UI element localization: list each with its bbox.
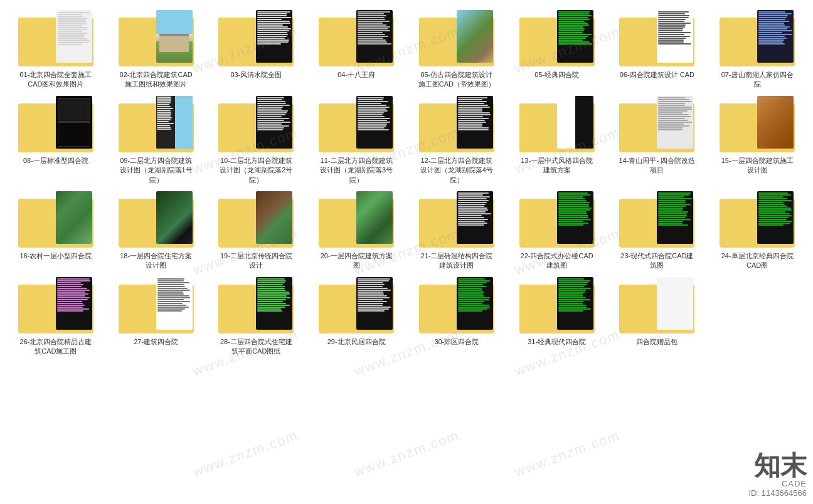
folder-item-f28[interactable]: 28-二层四合院式住宅建 筑平面CAD图纸 <box>208 277 305 357</box>
folder-item-f18[interactable]: 18-一层四合院住宅方案 设计图 <box>108 191 205 271</box>
folder-label-f20: 20-一层四合院建筑方案 图 <box>317 251 396 271</box>
folder-grid: 01-北京四合院全套施工 CAD图和效果图片 02-北京四合院建筑CAD 施工图… <box>0 0 813 367</box>
folder-item-f29[interactable]: 29-北京民居四合院 <box>308 277 405 357</box>
folder-label-f12: 12-二层北方四合院建筑 设计图（龙湖别院落4号 院） <box>417 156 496 185</box>
folder-item-f19[interactable]: 19-二层北京传统四合院 设计 <box>208 191 305 271</box>
folder-label-f04: 04-十八王府 <box>337 70 375 80</box>
folder-item-f11[interactable]: 11-二层北方四合院建筑 设计图（龙湖别院落3号 院） <box>308 96 405 185</box>
folder-item-f14[interactable]: 14-青山周平- 四合院改造 项目 <box>609 96 706 185</box>
folder-item-f30[interactable]: 30-郊区四合院 <box>408 277 505 357</box>
folder-item-f08[interactable]: 08-一层标准型四合院 <box>8 96 104 185</box>
folder-label-f03: 03-风清水院全图 <box>230 70 282 80</box>
logo-cade: CADE <box>782 479 807 488</box>
folder-item-f03[interactable]: 03-风清水院全图 <box>208 10 305 90</box>
folder-label-f30: 30-郊区四合院 <box>434 337 479 347</box>
folder-label-f24: 24-单层北京经典四合院 CAD图 <box>718 251 797 271</box>
folder-label-f06: 06-四合院建筑设计 CAD <box>620 70 694 80</box>
folder-item-fgift[interactable]: 四合院赠品包 <box>609 277 706 357</box>
folder-label-f31: 31-经典现代四合院 <box>528 337 586 347</box>
bottom-logo: 知末 CADE ID: 1143664566 <box>748 453 807 498</box>
folder-label-f27: 27-建筑四合院 <box>134 337 178 347</box>
folder-label-f15: 15-一层四合院建筑施工 设计图 <box>718 156 797 176</box>
folder-label-f18: 18-一层四合院住宅方案 设计图 <box>117 251 195 271</box>
folder-label-f14: 14-青山周平- 四合院改造 项目 <box>618 156 696 176</box>
folder-item-f09[interactable]: 09-二层北方四合院建筑 设计图（龙湖别院落1号 院） <box>108 96 205 185</box>
folder-item-f12[interactable]: 12-二层北方四合院建筑 设计图（龙湖别院落4号 院） <box>408 96 505 185</box>
folder-label-f21: 21-二层砖混结构四合院 建筑设计图 <box>417 251 496 271</box>
folder-item-f02[interactable]: 02-北京四合院建筑CAD 施工图纸和效果图片 <box>108 10 205 90</box>
folder-label-f08: 08-一层标准型四合院 <box>23 156 88 165</box>
folder-item-f10[interactable]: 10-二层北方四合院建筑 设计图（龙湖别院落2号 院） <box>208 96 305 185</box>
folder-label-f02: 02-北京四合院建筑CAD 施工图纸和效果图片 <box>117 70 195 90</box>
folder-label-f07: 07-唐山南湖人家仿四合 院 <box>718 70 797 90</box>
logo-chinese: 知末 <box>754 453 807 479</box>
folder-item-f05b[interactable]: 05-经典四合院 <box>509 10 605 90</box>
folder-item-f21[interactable]: 21-二层砖混结构四合院 建筑设计图 <box>408 191 505 271</box>
folder-item-f15[interactable]: 15-一层四合院建筑施工 设计图 <box>709 96 805 185</box>
folder-label-f19: 19-二层北京传统四合院 设计 <box>217 251 295 271</box>
folder-label-f29: 29-北京民居四合院 <box>327 337 386 347</box>
folder-item-f07[interactable]: 07-唐山南湖人家仿四合 院 <box>709 10 805 90</box>
folder-item-f05a[interactable]: 05-仿古四合院建筑设计 施工图CAD（帝效果图） <box>408 10 505 90</box>
folder-label-f28: 28-二层四合院式住宅建 筑平面CAD图纸 <box>217 337 295 357</box>
folder-label-f05a: 05-仿古四合院建筑设计 施工图CAD（帝效果图） <box>417 70 496 90</box>
folder-label-f11: 11-二层北方四合院建筑 设计图（龙湖别院落3号 院） <box>317 156 396 185</box>
folder-item-f16[interactable]: 16-农村一层小型四合院 <box>8 191 104 271</box>
folder-label-f10: 10-二层北方四合院建筑 设计图（龙湖别院落2号 院） <box>217 156 295 185</box>
folder-item-f27[interactable]: 27-建筑四合院 <box>108 277 205 357</box>
folder-item-f24[interactable]: 24-单层北京经典四合院 CAD图 <box>709 191 805 271</box>
folder-label-fgift: 四合院赠品包 <box>636 337 678 347</box>
folder-item-f06[interactable]: 06-四合院建筑设计 CAD <box>609 10 706 90</box>
folder-label-f26: 26-北京四合院精品古建 筑CAD施工图 <box>16 337 95 357</box>
folder-item-f04[interactable]: 04-十八王府 <box>308 10 405 90</box>
folder-label-f09: 09-二层北方四合院建筑 设计图（龙湖别院落1号 院） <box>117 156 195 185</box>
folder-item-f26[interactable]: 26-北京四合院精品古建 筑CAD施工图 <box>8 277 104 357</box>
folder-item-f01[interactable]: 01-北京四合院全套施工 CAD图和效果图片 <box>8 10 104 90</box>
folder-label-f23: 23-现代式四合院CAD建 筑图 <box>618 251 696 271</box>
folder-label-f01: 01-北京四合院全套施工 CAD图和效果图片 <box>16 70 95 90</box>
folder-item-f13[interactable]: 13-一层中式风格四合院 建筑方案 <box>509 96 605 185</box>
folder-item-f20[interactable]: 20-一层四合院建筑方案 图 <box>308 191 405 271</box>
folder-item-f22[interactable]: 22-四合院式办公楼CAD 建筑图 <box>509 191 605 271</box>
folder-label-f16: 16-农村一层小型四合院 <box>19 251 92 261</box>
folder-item-f31[interactable]: 31-经典现代四合院 <box>509 277 605 357</box>
folder-label-f13: 13-一层中式风格四合院 建筑方案 <box>518 156 596 176</box>
folder-item-f23[interactable]: 23-现代式四合院CAD建 筑图 <box>609 191 706 271</box>
folder-label-f05b: 05-经典四合院 <box>534 70 579 80</box>
logo-id: ID: 1143664566 <box>748 488 807 498</box>
folder-label-f22: 22-四合院式办公楼CAD 建筑图 <box>518 251 596 271</box>
